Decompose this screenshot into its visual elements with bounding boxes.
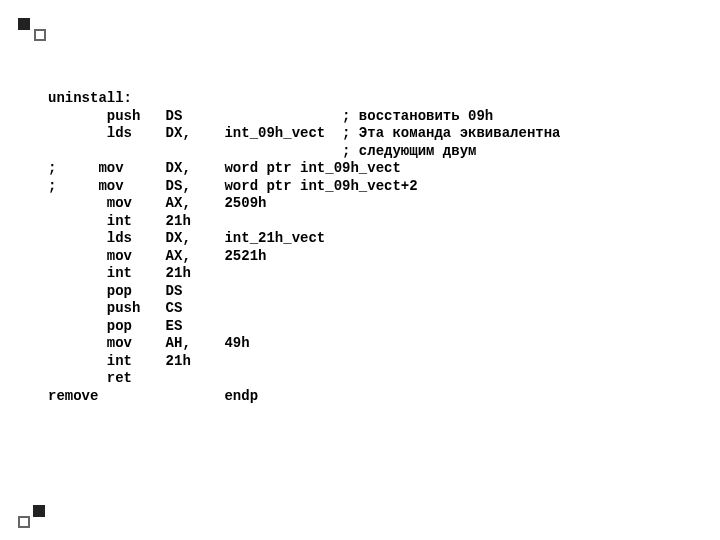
bullet-icon bbox=[33, 505, 45, 517]
code-block: uninstall: push DS ; восстановить 09h ld… bbox=[0, 0, 720, 405]
bullet-icon bbox=[18, 516, 30, 528]
bullet-icon bbox=[18, 18, 30, 30]
bullet-icon bbox=[34, 29, 46, 41]
